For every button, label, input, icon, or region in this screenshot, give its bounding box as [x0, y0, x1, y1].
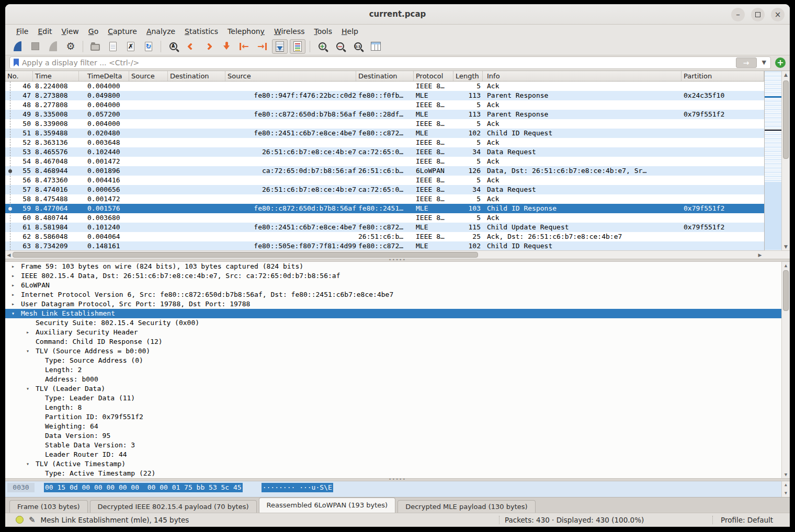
start-capture-button[interactable]: [9, 39, 25, 54]
column-header-source[interactable]: Source: [129, 71, 168, 81]
column-header-info[interactable]: Info: [483, 71, 682, 81]
bytes-vscrollbar[interactable]: ▲ ▼: [781, 481, 790, 496]
packet-row-63[interactable]: 638.7342090.148161fe80::505e:f807:7f81:4…: [5, 241, 764, 250]
expander-open-icon[interactable]: ▾: [24, 384, 31, 394]
packet-row-53[interactable]: 538.4655760.10244026:51:c6:b7:e8:ce:4b:e…: [5, 147, 764, 157]
colorize-toggle[interactable]: [290, 39, 305, 54]
scroll-down-arrow[interactable]: ▼: [782, 490, 790, 496]
detail-row[interactable]: Address: b000: [5, 375, 781, 384]
next-packet-button[interactable]: [201, 39, 217, 54]
auto-scroll-toggle[interactable]: [272, 39, 288, 54]
menu-capture[interactable]: Capture: [103, 26, 142, 37]
bookmark-icon[interactable]: [14, 59, 19, 66]
detail-row[interactable]: Data Version: 95: [5, 431, 781, 441]
detail-row[interactable]: Command: Child ID Response (12): [5, 337, 781, 346]
close-file-button[interactable]: ✗: [123, 39, 139, 54]
menu-edit[interactable]: Edit: [33, 26, 56, 37]
packet-row-54[interactable]: 548.4670480.001472IEEE 8…5Ack: [5, 157, 764, 166]
packet-list-hscrollbar[interactable]: ◀ ▶: [5, 250, 790, 259]
save-file-button[interactable]: [105, 39, 121, 54]
menu-go[interactable]: Go: [84, 26, 103, 37]
packet-row-49[interactable]: 498.3350080.057200fe80::c872:650d:b7b8:5…: [5, 110, 764, 119]
column-header-destination[interactable]: Destination: [168, 71, 225, 81]
column-header-time[interactable]: Time: [33, 71, 79, 81]
hex-ascii[interactable]: ········ ···u·S\E: [262, 483, 333, 492]
scroll-down-arrow[interactable]: ▼: [782, 471, 790, 478]
expander-closed-icon[interactable]: ▸: [24, 328, 31, 337]
detail-row[interactable]: ▾TLV (Leader Data): [5, 384, 781, 394]
detail-row[interactable]: ▾TLV (Source Address = b0:00): [5, 346, 781, 356]
packet-row-55[interactable]: 558.4689440.001896ca:72:65:0d:b7:b8:56:a…: [5, 166, 764, 176]
packet-row-46[interactable]: 468.2240080.004000IEEE 8…5Ack: [5, 82, 764, 91]
hex-bytes[interactable]: 00 15 0d 00 00 00 00 00 00 00 01 75 bb 5…: [44, 483, 243, 492]
bytes-tab[interactable]: Decrypted IEEE 802.15.4 payload (70 byte…: [90, 500, 257, 513]
menu-view[interactable]: View: [57, 26, 84, 37]
column-header-destination[interactable]: Destination: [356, 71, 414, 81]
last-packet-button[interactable]: →: [254, 39, 270, 54]
resize-columns-button[interactable]: [368, 39, 383, 54]
column-header-partition[interactable]: Partition: [682, 71, 764, 81]
scroll-thumb[interactable]: [783, 270, 789, 311]
find-packet-button[interactable]: A: [165, 39, 181, 54]
scroll-down-arrow[interactable]: ▼: [782, 243, 790, 250]
detail-row[interactable]: ▸Auxiliary Security Header: [5, 328, 781, 337]
menu-analyze[interactable]: Analyze: [142, 26, 180, 37]
detail-row[interactable]: ▸6LoWPAN: [5, 281, 781, 290]
reload-file-button[interactable]: ↻: [141, 39, 156, 54]
column-header-source[interactable]: Source: [225, 71, 356, 81]
intelligent-scrollbar-minimap[interactable]: [764, 71, 781, 250]
packet-row-57[interactable]: 578.4740160.00065626:51:c6:b7:e8:ce:4b:e…: [5, 185, 764, 194]
stop-capture-button[interactable]: [27, 39, 43, 54]
packet-row-59[interactable]: 598.4770640.001576fe80::c872:650d:b7b8:5…: [5, 204, 764, 213]
bytes-tab[interactable]: Decrypted MLE payload (130 bytes): [398, 500, 535, 513]
packet-row-60[interactable]: 608.4807440.003680IEEE 8…5Ack: [5, 213, 764, 223]
packet-row-58[interactable]: 588.4754880.001472IEEE 8…5Ack: [5, 194, 764, 204]
detail-row[interactable]: Length: 2: [5, 365, 781, 375]
packet-row-51[interactable]: 518.3594880.020480fe80::2451:c6b7:e8ce:4…: [5, 129, 764, 138]
detail-row[interactable]: ▾Mesh Link Establishment: [5, 309, 781, 318]
bytes-tab[interactable]: Frame (103 bytes): [9, 500, 88, 513]
minimize-button[interactable]: –: [731, 8, 745, 21]
filter-dropdown-caret[interactable]: ▼: [760, 59, 768, 66]
packet-row-61[interactable]: 618.5819840.101240fe80::2451:c6b7:e8ce:4…: [5, 223, 764, 232]
bytes-tab[interactable]: Reassembled 6LoWPAN (193 bytes): [259, 498, 396, 513]
column-header-no[interactable]: No.: [5, 71, 33, 81]
scroll-right-arrow[interactable]: ▶: [756, 251, 764, 259]
packet-bytes-pane[interactable]: 0030 00 15 0d 00 00 00 00 00 00 00 01 75…: [5, 481, 790, 496]
goto-packet-button[interactable]: [219, 39, 234, 54]
expander-closed-icon[interactable]: ▸: [9, 299, 17, 309]
capture-comment-icon[interactable]: ✎: [29, 515, 36, 525]
expander-closed-icon[interactable]: ▸: [9, 262, 17, 271]
restart-capture-button[interactable]: [45, 39, 61, 54]
detail-row[interactable]: Weighting: 64: [5, 422, 781, 431]
detail-row[interactable]: Type: Active Timestamp (22): [5, 469, 781, 478]
details-vscrollbar[interactable]: ▲ ▼: [781, 262, 790, 478]
expert-info-icon[interactable]: [16, 516, 24, 524]
detail-row[interactable]: Type: Leader Data (11): [5, 394, 781, 403]
detail-row[interactable]: Stable Data Version: 3: [5, 441, 781, 450]
maximize-button[interactable]: [751, 8, 765, 21]
scroll-up-arrow[interactable]: ▲: [782, 262, 790, 269]
first-packet-button[interactable]: ←: [236, 39, 252, 54]
packet-list-vscrollbar[interactable]: ▲ ▼: [781, 71, 790, 250]
detail-row[interactable]: ▾TLV (Active Timestamp): [5, 459, 781, 469]
status-profile[interactable]: Profile: Default: [721, 513, 773, 527]
close-button[interactable]: ×: [771, 8, 785, 21]
previous-packet-button[interactable]: [183, 39, 199, 54]
scroll-thumb[interactable]: [13, 252, 478, 258]
expander-open-icon[interactable]: ▾: [24, 346, 31, 356]
packet-row-62[interactable]: 628.5860480.00406426:51:c6:b…IEEE 8…25Ac…: [5, 232, 764, 241]
packet-row-50[interactable]: 508.3390080.004000IEEE 8…5Ack: [5, 119, 764, 129]
scroll-thumb[interactable]: [783, 80, 789, 159]
column-header-timedelta[interactable]: TimeDelta: [79, 71, 129, 81]
packet-row-48[interactable]: 488.2778080.004000IEEE 8…5Ack: [5, 100, 764, 110]
detail-row[interactable]: Partition ID: 0x79f551f2: [5, 412, 781, 422]
menu-help[interactable]: Help: [337, 26, 363, 37]
expander-open-icon[interactable]: ▾: [24, 459, 31, 469]
menu-tools[interactable]: Tools: [310, 26, 337, 37]
display-filter-field[interactable]: → ▼: [9, 56, 771, 69]
expander-closed-icon[interactable]: ▸: [9, 281, 17, 290]
detail-row[interactable]: Leader Router ID: 44: [5, 450, 781, 459]
packet-row-47[interactable]: 478.2738080.049800fe80::947f:f476:22bc:c…: [5, 91, 764, 100]
expander-closed-icon[interactable]: ▸: [9, 271, 17, 281]
